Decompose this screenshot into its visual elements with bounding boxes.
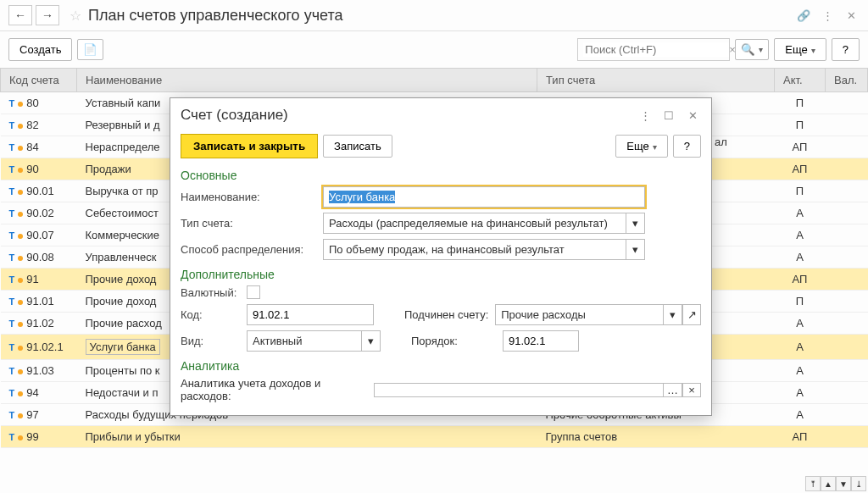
link-icon[interactable]: 🔗: [795, 7, 812, 24]
scroll-controls: ⤒ ▲ ▼ ⤓: [805, 476, 866, 491]
label-analytics: Аналитика учета доходов и расходов:: [181, 377, 367, 402]
account-dialog: Счет (создание) ⋮ ☐ ✕ Записать и закрыть…: [170, 97, 712, 416]
search-options-button[interactable]: 🔍: [735, 39, 769, 60]
save-close-button[interactable]: Записать и закрыть: [181, 134, 318, 158]
scroll-up-icon[interactable]: ▲: [821, 476, 836, 491]
kebab-menu-icon[interactable]: ⋮: [819, 7, 836, 24]
analytics-clear-icon[interactable]: ×: [682, 383, 701, 397]
label-kind: Вид:: [181, 335, 240, 347]
section-extra: Дополнительные: [170, 263, 711, 283]
main-toolbar: Создать 📄 × 🔍 Еще ?: [0, 31, 868, 68]
parent-dropdown-icon[interactable]: ▾: [664, 304, 682, 325]
method-dropdown-icon[interactable]: ▾: [626, 239, 645, 260]
favorite-icon[interactable]: ☆: [70, 8, 81, 24]
scroll-top-icon[interactable]: ⤒: [805, 476, 821, 491]
label-method: Способ распределения:: [181, 243, 316, 256]
label-order: Порядок:: [411, 335, 496, 347]
parent-select[interactable]: Прочие расходы: [495, 304, 664, 325]
dialog-more-button[interactable]: Еще: [615, 135, 667, 158]
label-parent: Подчинен счету:: [404, 308, 488, 321]
dialog-help-button[interactable]: ?: [673, 135, 701, 158]
truncated-text: ал: [715, 136, 727, 148]
create-button[interactable]: Создать: [8, 38, 72, 61]
dialog-maximize-icon[interactable]: ☐: [660, 107, 677, 124]
section-analytics: Аналитика: [170, 354, 711, 374]
method-select[interactable]: По объему продаж, на финансовый результа…: [323, 239, 626, 260]
label-name: Наименование:: [181, 191, 316, 203]
type-dropdown-icon[interactable]: ▾: [626, 213, 645, 234]
nav-forward-button[interactable]: →: [36, 5, 59, 25]
close-icon[interactable]: ✕: [843, 7, 860, 24]
name-field[interactable]: Услуги банка: [323, 186, 645, 208]
kind-dropdown-icon[interactable]: ▾: [362, 330, 381, 352]
save-button[interactable]: Записать: [323, 135, 392, 158]
dialog-kebab-icon[interactable]: ⋮: [637, 107, 654, 124]
order-field[interactable]: [503, 330, 579, 352]
col-type[interactable]: Тип счета: [537, 69, 775, 92]
col-akt[interactable]: Акт.: [775, 69, 826, 92]
search-input[interactable]: [583, 42, 729, 57]
label-code: Код:: [181, 308, 240, 321]
currency-checkbox[interactable]: [247, 285, 260, 299]
kind-select[interactable]: Активный: [247, 330, 362, 352]
col-code[interactable]: Код счета: [1, 69, 77, 92]
scroll-down-icon[interactable]: ▼: [836, 476, 851, 491]
col-name[interactable]: Наименование: [77, 69, 537, 92]
table-row[interactable]: T99Прибыли и убыткиГруппа счетовАП: [1, 426, 868, 448]
copy-button[interactable]: 📄: [77, 39, 103, 60]
dialog-close-icon[interactable]: ✕: [684, 107, 701, 124]
dialog-title: Счет (создание): [181, 107, 630, 124]
nav-back-button[interactable]: ←: [8, 5, 32, 25]
page-header: ← → ☆ План счетов управленческого учета …: [0, 0, 868, 31]
section-main: Основные: [170, 163, 711, 184]
label-type: Тип счета:: [181, 217, 316, 230]
analytics-field[interactable]: [374, 383, 664, 397]
help-button[interactable]: ?: [832, 38, 860, 61]
scroll-bottom-icon[interactable]: ⤓: [851, 476, 866, 491]
analytics-ellipsis-icon[interactable]: …: [664, 383, 682, 397]
code-field[interactable]: [247, 304, 374, 325]
page-title: План счетов управленческого учета: [88, 7, 788, 25]
label-currency: Валютный:: [181, 286, 240, 299]
more-button[interactable]: Еще: [774, 38, 826, 61]
col-val[interactable]: Вал.: [826, 69, 868, 92]
type-select[interactable]: Расходы (распределяемые на финансовый ре…: [323, 213, 626, 234]
parent-open-icon[interactable]: ↗: [682, 304, 701, 325]
search-box[interactable]: ×: [577, 38, 730, 61]
